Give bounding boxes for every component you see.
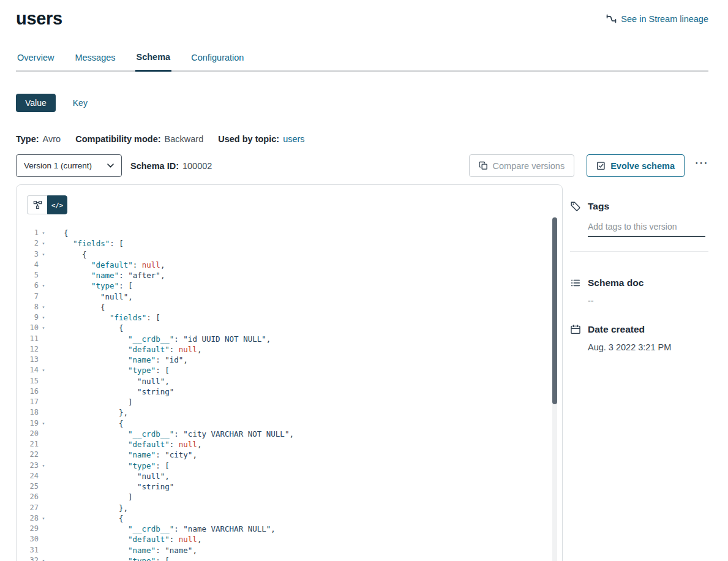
value-key-toggle: Value Key: [16, 94, 708, 112]
code-editor[interactable]: 1▾{2▾"fields": [3▾{4"default": null,5"na…: [17, 228, 562, 561]
tags-title: Tags: [588, 201, 609, 212]
code-line-content: "name": "after",: [48, 270, 165, 280]
code-line-content: "type": [: [48, 461, 170, 471]
line-number: 4: [17, 260, 39, 270]
evolve-schema-button[interactable]: Evolve schema: [587, 154, 685, 177]
fold-spacer: [39, 397, 48, 407]
code-line: 4"default": null,: [17, 260, 562, 270]
code-line: 14▾"type": [: [17, 365, 562, 375]
fold-arrow-icon[interactable]: ▾: [39, 280, 48, 291]
code-line-content: "default": null,: [48, 534, 201, 544]
fold-arrow-icon[interactable]: ▾: [39, 302, 48, 312]
tree-view-button[interactable]: [27, 195, 47, 214]
fold-spacer: [39, 481, 48, 492]
fold-spacer: [39, 407, 48, 418]
fold-arrow-icon[interactable]: ▾: [39, 555, 48, 561]
list-icon: [570, 277, 581, 288]
line-number: 1: [17, 228, 39, 238]
code-line-content: ]: [48, 492, 133, 502]
line-number: 6: [17, 280, 39, 291]
code-line-content: "fields": [: [48, 312, 160, 323]
code-line: 1▾{: [17, 228, 562, 238]
code-line: 22"name": "city",: [17, 450, 562, 460]
more-options-button[interactable]: ⋯: [694, 156, 708, 176]
code-line-content: "__crdb__": "name VARCHAR NULL",: [48, 524, 276, 534]
fold-spacer: [39, 344, 48, 355]
line-number: 28: [17, 513, 39, 524]
tab-configuration[interactable]: Configuration: [190, 52, 245, 70]
fold-arrow-icon[interactable]: ▾: [39, 323, 48, 333]
code-line: 7"null",: [17, 292, 562, 302]
schema-editor-panel: </> 1▾{2▾"fields": [3▾{4"default": null,…: [16, 184, 563, 561]
code-line: 5"name": "after",: [17, 270, 562, 280]
code-view-button[interactable]: </>: [47, 195, 67, 214]
code-line-content: "null",: [48, 376, 170, 386]
code-line: 29"__crdb__": "name VARCHAR NULL",: [17, 524, 562, 534]
code-line: 21"default": null,: [17, 439, 562, 450]
schema-type: Type: Avro: [16, 134, 61, 144]
line-number: 21: [17, 439, 39, 450]
evolve-schema-icon: [596, 161, 606, 170]
used-by-topic: Used by topic: users: [218, 134, 304, 144]
tab-overview[interactable]: Overview: [16, 52, 55, 70]
schema-id: Schema ID: 100002: [130, 161, 212, 171]
compare-versions-button[interactable]: Compare versions: [469, 154, 575, 177]
code-line-content: "string": [48, 481, 174, 492]
schema-content: </> 1▾{2▾"fields": [3▾{4"default": null,…: [16, 184, 708, 561]
line-number: 26: [17, 492, 39, 502]
tags-section: Tags: [570, 201, 708, 252]
compatibility-mode-value: Backward: [165, 134, 204, 144]
tab-schema[interactable]: Schema: [135, 52, 172, 72]
add-tags-input[interactable]: [588, 222, 705, 237]
line-number: 32: [17, 555, 39, 561]
schema-controls-row: Version 1 (current) Schema ID: 100002 Co…: [16, 154, 708, 177]
topic-link[interactable]: users: [283, 134, 304, 144]
fold-arrow-icon[interactable]: ▾: [39, 461, 48, 471]
code-lines: 1▾{2▾"fields": [3▾{4"default": null,5"na…: [17, 228, 562, 561]
code-line-content: "default": null,: [48, 439, 201, 450]
code-line: 9▾"fields": [: [17, 312, 562, 323]
fold-arrow-icon[interactable]: ▾: [39, 365, 48, 375]
version-select[interactable]: Version 1 (current): [16, 154, 122, 177]
fold-arrow-icon[interactable]: ▾: [39, 418, 48, 429]
date-created-title: Date created: [588, 324, 645, 335]
stream-lineage-link[interactable]: See in Stream lineage: [606, 13, 708, 24]
line-number: 9: [17, 312, 39, 323]
fold-spacer: [39, 376, 48, 386]
schema-page: users See in Stream lineage Overview Mes…: [0, 0, 728, 561]
value-toggle-button[interactable]: Value: [16, 94, 56, 112]
line-number: 14: [17, 365, 39, 375]
code-line: 27},: [17, 503, 562, 513]
vertical-scrollbar[interactable]: [552, 217, 557, 561]
schema-sidebar: Tags Schema doc --: [563, 184, 708, 561]
editor-view-toggle: </>: [27, 195, 67, 214]
line-number: 27: [17, 503, 39, 513]
fold-arrow-icon[interactable]: ▾: [39, 312, 48, 323]
code-line: 24"null",: [17, 471, 562, 481]
code-line: 12"default": null,: [17, 344, 562, 355]
fold-arrow-icon[interactable]: ▾: [39, 249, 48, 260]
line-number: 7: [17, 292, 39, 302]
tab-messages[interactable]: Messages: [73, 52, 116, 70]
line-number: 25: [17, 481, 39, 492]
line-number: 29: [17, 524, 39, 534]
key-toggle-button[interactable]: Key: [73, 98, 88, 108]
code-line: 31"name": "name",: [17, 545, 562, 555]
fold-arrow-icon[interactable]: ▾: [39, 238, 48, 249]
code-line-content: "__crdb__": "id UUID NOT NULL",: [48, 334, 271, 344]
code-line-content: "fields": [: [48, 238, 124, 249]
code-line: 26]: [17, 492, 562, 502]
code-line-content: {: [48, 249, 87, 260]
code-line-content: {: [48, 418, 124, 429]
schema-doc-header: Schema doc: [570, 277, 708, 288]
code-line: 19▾{: [17, 418, 562, 429]
fold-arrow-icon[interactable]: ▾: [39, 513, 48, 524]
line-number: 8: [17, 302, 39, 312]
compare-versions-icon: [479, 161, 488, 170]
line-number: 15: [17, 376, 39, 386]
fold-arrow-icon[interactable]: ▾: [39, 228, 48, 238]
tab-bar: Overview Messages Schema Configuration: [16, 52, 708, 72]
compare-versions-label: Compare versions: [493, 161, 565, 171]
used-by-topic-label: Used by topic:: [218, 134, 279, 144]
scrollbar-thumb[interactable]: [552, 217, 557, 404]
